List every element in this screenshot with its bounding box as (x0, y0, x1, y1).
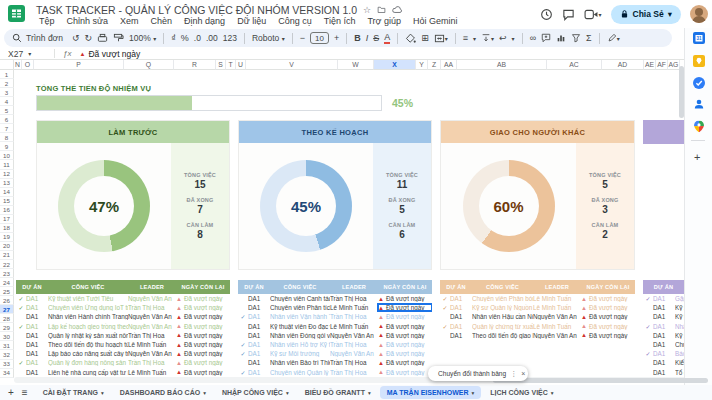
table-column-header[interactable]: LEADER (533, 284, 581, 290)
project-cell[interactable]: DA1 (248, 323, 270, 330)
days-left-cell[interactable]: ▲Đã vượt ngày (176, 350, 230, 357)
row-header-28[interactable]: 28 (0, 314, 14, 323)
task-cell[interactable]: Nhân (675, 323, 684, 330)
table-row[interactable]: DA1Theo dõi tiến độ thu hoạch từng kLê M… (16, 340, 230, 349)
leader-cell[interactable]: Nguyễn Văn An (533, 332, 581, 339)
row-header-15[interactable]: 15 (0, 197, 14, 206)
leader-cell[interactable]: Nguyễn Văn An (128, 295, 176, 302)
row-header-1[interactable]: 1 (0, 70, 14, 79)
leader-cell[interactable]: Trần Thị Hoa (128, 359, 176, 366)
done-check-icon[interactable]: ✓ (643, 295, 653, 302)
days-left-cell[interactable]: ▲Đã vượt ngày (176, 295, 230, 302)
table-column-header[interactable]: CÔNG VIỆC (48, 284, 128, 290)
tasks-icon[interactable] (693, 77, 705, 89)
all-sheets-button[interactable]: ≡ (22, 387, 28, 398)
table-column-header[interactable]: DỰ ÁN (643, 284, 684, 290)
row-header-33[interactable]: 33 (0, 360, 14, 369)
table-row[interactable]: DA1Liên hệ nhà cung cấp vật tư nôngLê Mi… (16, 368, 230, 377)
task-cell[interactable]: Chuyê (675, 341, 684, 348)
project-cell[interactable]: DA1 (450, 313, 472, 320)
menu-dữ-liệu[interactable]: Dữ liệu (232, 16, 271, 28)
leader-cell[interactable]: Nguyễn Văn An (128, 323, 176, 330)
days-left-cell[interactable]: ▲Đã vượt ngày (176, 359, 230, 366)
table-row[interactable]: ✓DA1Quản lý đơn hàng nông sảnTrần Thị Ho… (16, 358, 230, 367)
task-cell[interactable]: Tổ ch (675, 369, 684, 376)
comment-history-icon[interactable] (562, 8, 575, 21)
leader-cell[interactable]: Nguyễn Văn An (128, 350, 176, 357)
sheet-tab-ma-trận-eisenhower[interactable]: MA TRẬN EISENHOWER▾ (380, 386, 482, 399)
column-header-Q[interactable]: Q (124, 60, 174, 70)
row-header-32[interactable]: 32 (0, 350, 14, 359)
column-header-AB[interactable]: AB (457, 60, 547, 70)
table-row[interactable]: ✓DA1Kỹ sư Môi trườngNguyễn Văn An▲Đã vượ… (238, 349, 432, 358)
task-cell[interactable]: Gặp g (675, 295, 684, 302)
document-title[interactable]: TASK TRACKER - QUẢN LÝ CÔNG VIỆC ĐỘI NHÓ… (36, 4, 357, 16)
days-left-cell[interactable]: ▲Đã vượt ngày (378, 295, 432, 302)
days-left-cell[interactable]: ▲Đã vượt ngày (378, 323, 432, 330)
zoom-select[interactable]: 100% ▾ (129, 33, 156, 43)
table-row[interactable]: DA1Kỹ thu (643, 312, 684, 321)
table-row[interactable]: ✓DA1Chuyên viên Ứng dụng IoT trong NTrần… (16, 303, 230, 312)
row-header-27[interactable]: 27 (0, 305, 14, 314)
task-cell[interactable]: Nhân viên Hành chính Trang trại (48, 313, 128, 320)
project-cell[interactable]: DA1 (653, 359, 675, 366)
create-filter-button[interactable] (571, 33, 581, 43)
merge-cells-button[interactable]: ▾ (434, 33, 448, 44)
done-check-icon[interactable]: ✓ (16, 295, 26, 302)
task-cell[interactable]: Kỹ sư Môi trường (270, 350, 330, 357)
borders-button[interactable]: ⊞ (421, 33, 429, 43)
project-cell[interactable]: DA1 (26, 304, 48, 311)
project-cell[interactable]: DA1 (653, 313, 675, 320)
leader-cell[interactable]: Lê Minh Tuấn (128, 369, 176, 376)
row-header-5[interactable]: 5 (0, 106, 14, 115)
days-left-cell[interactable]: ▲Đã vượt ngày (378, 350, 432, 357)
insert-link-button[interactable]: ∞ (530, 33, 536, 43)
project-cell[interactable]: DA1 (450, 323, 472, 330)
task-cell[interactable]: Quản lý nhật ký sản xuất nông ngh (48, 332, 128, 339)
currency-format-button[interactable]: ₫ (171, 33, 176, 43)
days-left-cell[interactable]: ▲Đã vượt ngày (176, 323, 230, 330)
italic-button[interactable]: I (366, 33, 369, 43)
task-cell[interactable]: Chuyên viên Quản lý Rủi ro Môi tr (270, 369, 330, 376)
days-left-cell[interactable]: ▲Đã vượt ngày (378, 341, 432, 348)
table-row[interactable]: DA1Nhân viên Hậu cần Nông trạiNguyễn Văn… (440, 312, 635, 321)
task-cell[interactable]: Kỹ thuật viên Đo đạc và Giám sát (270, 323, 330, 330)
column-header-AC[interactable]: AC (547, 60, 602, 70)
table-row[interactable]: DA1Quản lý nhật ký sản xuất nông nghTrần… (16, 331, 230, 340)
strikethrough-button[interactable]: S (373, 33, 379, 43)
leader-cell[interactable]: Lê Minh Tuấn (330, 323, 378, 330)
row-header-10[interactable]: 10 (0, 151, 14, 160)
project-cell[interactable]: DA1 (653, 369, 675, 376)
table-column-header[interactable]: LEADER (330, 284, 378, 290)
table-row[interactable]: ✓DA1Nhân viên Hỗ trợ Kỹ thuật Trang tTrầ… (238, 340, 432, 349)
days-left-cell[interactable]: ▲Đã vượt ngày (176, 304, 230, 311)
row-header-34[interactable]: 34 (0, 369, 14, 378)
task-cell[interactable]: Báo c (675, 350, 684, 357)
row-header-11[interactable]: 11 (0, 160, 14, 169)
row-header-26[interactable]: 26 (0, 296, 14, 305)
task-cell[interactable]: Nhân viên Hỗ trợ Kỹ thuật Trang t (270, 341, 330, 348)
days-left-cell[interactable]: ▲Đã vượt ngày (176, 332, 230, 339)
project-cell[interactable]: DA1 (26, 323, 48, 330)
fill-color-button[interactable] (405, 33, 416, 44)
task-cell[interactable]: Quản lý đơn hàng nông sản (48, 359, 128, 366)
table-row[interactable]: ✓DA1Nhân viên Vận hành Trang trạiTrần Th… (238, 312, 432, 321)
row-header-4[interactable]: 4 (0, 97, 14, 106)
table-column-header[interactable]: DỰ ÁN (238, 284, 270, 290)
task-cell[interactable]: Kỹ sư (675, 332, 684, 339)
name-box[interactable]: X27▾ (0, 49, 44, 59)
row-header-2[interactable]: 2 (0, 79, 14, 88)
meet-icon[interactable]: ▾ (584, 9, 602, 20)
done-check-icon[interactable]: ✓ (16, 359, 26, 366)
share-button[interactable]: Chia Sẻ ▾ (611, 5, 681, 24)
table-column-header[interactable]: DỰ ÁN (16, 284, 48, 290)
column-header-U[interactable]: U (236, 60, 246, 70)
decrease-decimal-button[interactable]: .0 (194, 33, 201, 43)
project-cell[interactable]: DA1 (653, 323, 675, 330)
table-row[interactable]: ✓DA1Nhân (643, 322, 684, 331)
days-left-cell[interactable]: ▲Đã vượt ngày (581, 332, 635, 339)
project-cell[interactable]: DA1 (248, 304, 270, 311)
table-row[interactable]: DA1Chuyê (643, 340, 684, 349)
table-column-header[interactable]: LEADER (128, 284, 176, 290)
table-row[interactable]: ✓DA1Kỹ sư Quản lý Nguồn nướcLê Minh Tuấn… (440, 303, 635, 312)
